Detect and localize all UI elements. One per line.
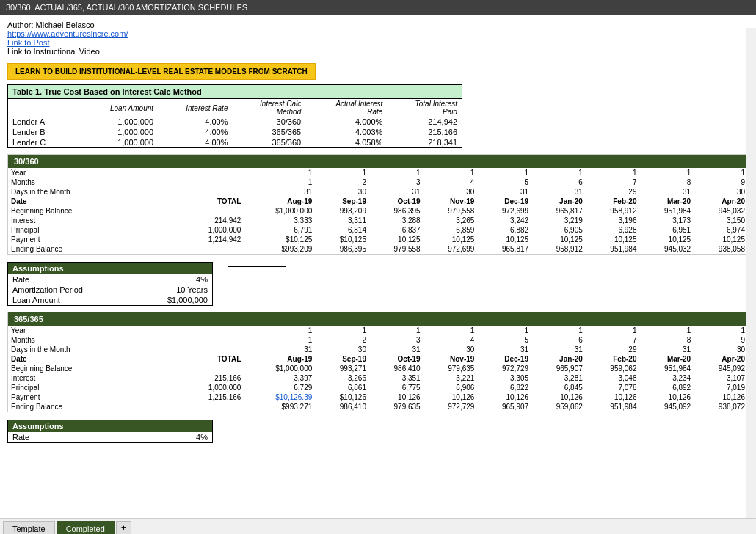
assumptions-365365-header: Assumptions (8, 420, 212, 432)
amort-table-30360: Year111111111Months123456789Days in the … (8, 168, 748, 254)
assumptions-365365: Assumptions Rate4% (7, 420, 213, 443)
section-30360-header: 30/360 (8, 155, 748, 168)
amort-table-365365: Year111111111Months123456789Days in the … (8, 326, 748, 412)
table1-data: Loan Amount Interest Rate Interest CalcM… (8, 99, 462, 147)
assumptions-30360: Assumptions Rate4% Amortization Period10… (7, 262, 213, 306)
tab-bar: Template Completed + (0, 518, 756, 534)
section-365365: 365/365 Year111111111Months123456789Days… (7, 312, 749, 412)
assumptions-30360-header: Assumptions (8, 263, 212, 274)
section-365365-header: 365/365 (8, 312, 748, 326)
learn-banner[interactable]: LEARN TO BUILD INSTITUTIONAL-LEVEL REAL … (7, 63, 316, 80)
link-to-video: Link to Instructional Video (7, 47, 749, 56)
author-section: Author: Michael Belasco https://www.adve… (7, 21, 749, 56)
table1-container: Table 1. True Cost Based on Interest Cal… (7, 84, 462, 148)
link-to-post[interactable]: Link to Post (7, 38, 49, 47)
input-cell-30360[interactable] (228, 266, 286, 279)
table1-header: Table 1. True Cost Based on Interest Cal… (8, 85, 462, 99)
tab-template[interactable]: Template (3, 521, 55, 534)
main-content: Author: Michael Belasco https://www.adve… (0, 15, 756, 534)
author-website-link[interactable]: https://www.adventuresincre.com/ (7, 29, 128, 38)
section-30360: 30/360 Year111111111Months123456789Days … (7, 154, 749, 255)
scrollbar[interactable] (746, 28, 756, 518)
title-bar: 30/360, ACTUAL/365, ACTUAL/360 AMORTIZAT… (0, 0, 756, 15)
author-name: Author: Michael Belasco (7, 21, 749, 29)
title-text: 30/360, ACTUAL/365, ACTUAL/360 AMORTIZAT… (6, 3, 247, 12)
tab-add-button[interactable]: + (116, 521, 132, 534)
tab-completed[interactable]: Completed (57, 521, 115, 534)
